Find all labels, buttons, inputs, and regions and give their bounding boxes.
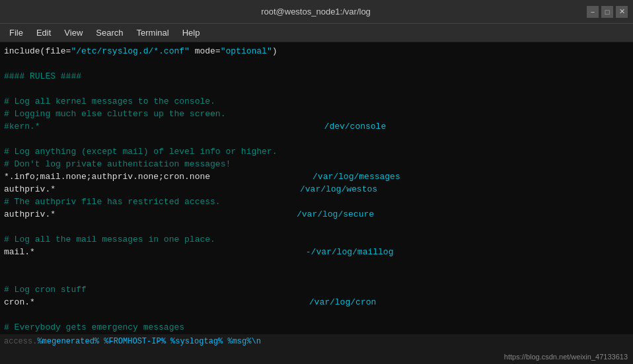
close-button[interactable]: ✕	[616, 6, 628, 18]
status-bar: https://blog.csdn.net/weixin_47133613	[0, 349, 633, 364]
line-bottom-overlay: access.%megenerated% %FROMHOST-IP% %sysl…	[0, 334, 633, 349]
line-comment-cron: # Log cron stuff	[4, 283, 629, 296]
line-blank4	[4, 221, 629, 233]
line-blank5	[4, 258, 629, 271]
line-blank1	[4, 57, 629, 70]
line-authpriv-secure: authpriv.*/var/log/secure	[4, 208, 629, 221]
status-url: https://blog.csdn.net/weixin_47133613	[504, 351, 628, 363]
line-kern: #kern.*/dev/console	[4, 120, 629, 133]
line-mail: mail.*-/var/log/maillog	[4, 246, 629, 258]
line-include: include(file="/etc/rsyslog.d/*.conf" mod…	[4, 45, 629, 57]
title-bar: root@westos_node1:/var/log − □ ✕	[0, 0, 633, 24]
menu-file[interactable]: File	[3, 25, 30, 40]
line-comment-log-anything: # Log anything (except mail) of level in…	[4, 145, 629, 158]
line-authpriv-westos: authpriv.*/var/log/westos	[4, 183, 629, 196]
line-comment-authpriv: # The authpriv file has restricted acces…	[4, 196, 629, 208]
menu-help[interactable]: Help	[176, 25, 207, 40]
menu-search[interactable]: Search	[89, 25, 130, 40]
minimize-button[interactable]: −	[587, 6, 599, 18]
line-blank7	[4, 309, 629, 321]
line-comment-emergency: # Everybody gets emergency messages	[4, 321, 629, 334]
line-comment-kernel: # Log all kernel messages to the console…	[4, 95, 629, 108]
line-comment-logging: # Logging much else clutters up the scre…	[4, 108, 629, 120]
line-cron: cron.*/var/log/cron	[4, 296, 629, 309]
menu-terminal[interactable]: Terminal	[130, 25, 176, 40]
line-rules: #### RULES ####	[4, 70, 629, 83]
maximize-button[interactable]: □	[601, 6, 613, 18]
menu-bar: File Edit View Search Terminal Help	[0, 24, 633, 42]
menu-edit[interactable]: Edit	[30, 25, 57, 40]
line-blank6	[4, 271, 629, 283]
line-comment-no-private: # Don't log private authentication messa…	[4, 158, 629, 170]
line-comment-mail: # Log all the mail messages in one place…	[4, 233, 629, 246]
line-info-mail: *.info;mail.none;authpriv.none;cron.none…	[4, 170, 629, 183]
terminal-content[interactable]: include(file="/etc/rsyslog.d/*.conf" mod…	[0, 42, 633, 364]
line-blank2	[4, 83, 629, 95]
line-blank3	[4, 133, 629, 145]
menu-view[interactable]: View	[57, 25, 89, 40]
window-title: root@westos_node1:/var/log	[45, 7, 587, 17]
window-controls: − □ ✕	[587, 6, 628, 18]
